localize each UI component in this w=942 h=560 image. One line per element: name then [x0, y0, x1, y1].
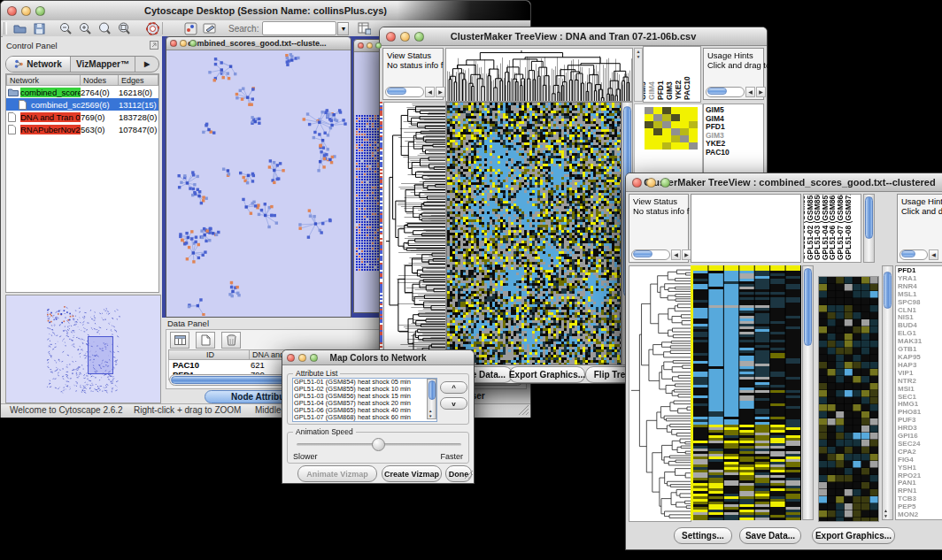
col-header-network[interactable]: Network	[6, 74, 81, 86]
matrix-cell[interactable]	[689, 114, 698, 121]
close-button[interactable]	[287, 354, 295, 362]
matrix-cell[interactable]	[671, 128, 680, 135]
tv1-heatmap[interactable]	[446, 102, 622, 365]
matrix-cell[interactable]	[645, 121, 653, 128]
tv2-save-data-button[interactable]: Save Data...	[739, 527, 801, 544]
main-titlebar[interactable]: Cytoscape Desktop (Session Name: collins…	[1, 1, 530, 21]
vizmapper-icon[interactable]	[182, 20, 198, 36]
matrix-cell[interactable]	[671, 121, 680, 128]
tv2-export-graphics-button[interactable]: Export Graphics...	[812, 527, 895, 544]
gene-label[interactable]: MON2	[896, 511, 942, 519]
treeview2-titlebar[interactable]: ClusterMaker TreeView : combined_scores_…	[626, 173, 942, 192]
close-button[interactable]	[386, 32, 396, 42]
attribute-listbox[interactable]: GPL51-01 (GSM854) heat shock 05 minGPL51…	[292, 378, 437, 422]
annotation-icon[interactable]	[202, 20, 218, 36]
search-dropdown-arrow[interactable]: ▼	[337, 22, 349, 35]
minimize-button[interactable]	[367, 42, 373, 49]
tv1-status-scrollbar[interactable]: ◀▶	[385, 87, 445, 97]
resize-grip[interactable]	[465, 466, 473, 482]
network-view-canvas[interactable]	[166, 50, 349, 316]
matrix-cell[interactable]	[662, 107, 671, 114]
tv1-row-dendrogram[interactable]	[383, 102, 446, 365]
zoom-button[interactable]	[660, 178, 670, 188]
tv2-settings-button[interactable]: Settings...	[674, 527, 732, 544]
close-button[interactable]	[170, 40, 177, 47]
matrix-cell[interactable]	[653, 121, 662, 128]
matrix-cell[interactable]	[680, 114, 689, 121]
tab-overflow[interactable]: ▶	[135, 57, 158, 72]
treeview1-titlebar[interactable]: ClusterMaker TreeView : DNA and Tran 07-…	[380, 27, 767, 46]
matrix-cell[interactable]	[689, 135, 698, 142]
matrix-cell[interactable]	[645, 135, 653, 142]
tv2-hints-scrollbar[interactable]: ◀	[900, 249, 938, 260]
tv1-column-dendrogram[interactable]	[445, 48, 633, 102]
matrix-cell[interactable]	[671, 135, 680, 142]
zoom-button[interactable]	[35, 6, 45, 16]
column-label[interactable]: PFD1	[656, 81, 665, 100]
close-button[interactable]	[358, 42, 364, 49]
minimize-button[interactable]	[298, 354, 306, 362]
minimize-button[interactable]	[180, 40, 187, 47]
matrix-cell[interactable]	[680, 107, 689, 114]
resize-grip[interactable]	[519, 405, 529, 417]
matrix-cell[interactable]	[689, 142, 698, 150]
zoom-selected-icon[interactable]	[116, 20, 132, 36]
gene-label[interactable]: PAC10	[704, 149, 763, 157]
network-row[interactable]: RNAPuberNov2+563(0)107847(0)	[6, 123, 158, 135]
help-icon[interactable]	[144, 20, 160, 36]
matrix-cell[interactable]	[653, 135, 662, 142]
save-session-icon[interactable]	[31, 20, 47, 36]
col-header-nodes[interactable]: Nodes	[81, 74, 119, 86]
matrix-cell[interactable]	[671, 107, 680, 114]
matrix-cell[interactable]	[680, 142, 689, 150]
network-frame-titlebar[interactable]: combined_scores_good.txt--cluste...	[166, 37, 351, 50]
tv2-heatmap-vscrollbar[interactable]	[802, 265, 814, 520]
matrix-cell[interactable]	[653, 142, 662, 150]
new-attribute-icon[interactable]	[196, 332, 215, 349]
column-label[interactable]: YKE2	[674, 81, 683, 100]
attribute-browser-icon[interactable]	[356, 20, 372, 36]
matrix-cell[interactable]	[689, 121, 698, 128]
col-header-edges[interactable]: Edges	[119, 74, 158, 86]
tv2-heatmap[interactable]	[693, 265, 801, 520]
matrix-cell[interactable]	[680, 121, 689, 128]
tv1-export-graphics-button[interactable]: Export Graphics...	[509, 366, 585, 383]
zoom-button[interactable]	[310, 354, 318, 362]
window-controls[interactable]	[1, 6, 51, 16]
network-row[interactable]: combined_sco2569(6)13112(15)	[6, 98, 158, 111]
attribute-select-icon[interactable]	[170, 332, 189, 349]
animate-vizmap-button[interactable]: Animate Vizmap	[297, 465, 377, 482]
search-input[interactable]	[262, 21, 336, 35]
birdseye-view[interactable]	[5, 295, 161, 403]
zoom-button[interactable]	[375, 42, 382, 49]
matrix-cell[interactable]	[662, 128, 671, 135]
matrix-cell[interactable]	[671, 114, 680, 121]
column-label[interactable]: PAC10	[683, 76, 691, 100]
tv2-column-dendrogram[interactable]	[691, 194, 801, 263]
tab-network[interactable]: Network	[6, 57, 71, 72]
tab-vizmapper[interactable]: VizMapper™	[71, 57, 135, 72]
matrix-cell[interactable]	[653, 107, 662, 114]
matrix-cell[interactable]	[653, 128, 662, 135]
matrix-cell[interactable]	[662, 135, 671, 142]
speed-slider-thumb[interactable]	[372, 438, 385, 451]
minimize-button[interactable]	[646, 178, 656, 188]
matrix-cell[interactable]	[645, 114, 653, 121]
zoom-fit-icon[interactable]	[97, 20, 112, 36]
zoom-out-icon[interactable]	[58, 20, 73, 36]
matrix-cell[interactable]	[645, 128, 653, 135]
tv1-dendro-scroll-arrows[interactable]: ▲▼	[634, 48, 643, 102]
matrix-cell[interactable]	[689, 128, 698, 135]
network-row[interactable]: DNA and Tran 07769(0)183728(0)	[6, 111, 158, 123]
matrix-cell[interactable]	[662, 142, 671, 150]
zoom-button[interactable]	[189, 40, 197, 47]
tv2-status-scrollbar[interactable]: ◀▶	[631, 249, 691, 260]
minimize-button[interactable]	[21, 6, 31, 16]
attribute-list-scrollbar[interactable]: ▲▼	[427, 379, 436, 419]
float-panel-icon[interactable]	[150, 37, 158, 53]
tv2-collabel-vscrollbar[interactable]	[863, 194, 875, 263]
minimize-button[interactable]	[400, 32, 410, 42]
column-label[interactable]: GIM3	[665, 81, 674, 100]
matrix-cell[interactable]	[689, 107, 698, 114]
matrix-cell[interactable]	[662, 114, 671, 121]
